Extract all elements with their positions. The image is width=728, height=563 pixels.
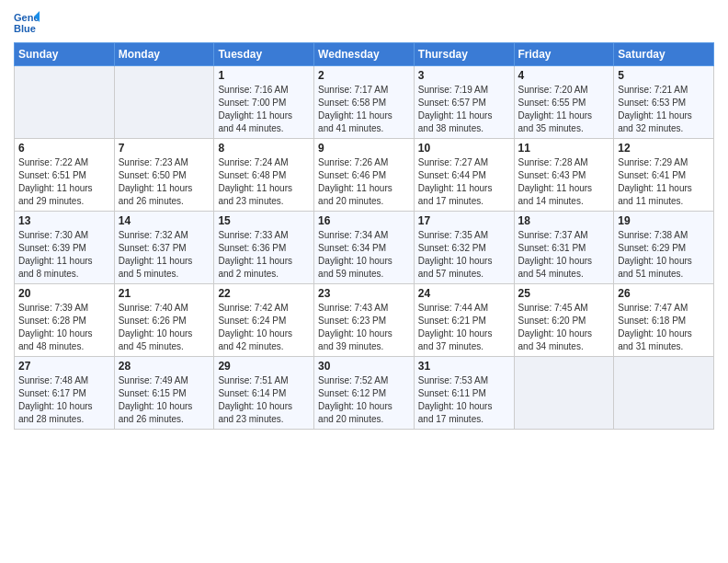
calendar-cell: 16Sunrise: 7:34 AM Sunset: 6:34 PM Dayli… [314, 212, 415, 284]
day-info: Sunrise: 7:51 AM Sunset: 6:14 PM Dayligh… [218, 374, 310, 426]
day-number: 16 [318, 214, 410, 227]
weekday-header-monday: Monday [114, 43, 214, 66]
calendar-cell: 1Sunrise: 7:16 AM Sunset: 7:00 PM Daylig… [214, 66, 314, 139]
day-number: 26 [618, 287, 710, 300]
day-info: Sunrise: 7:27 AM Sunset: 6:44 PM Dayligh… [418, 156, 510, 208]
day-info: Sunrise: 7:44 AM Sunset: 6:21 PM Dayligh… [418, 302, 510, 353]
day-number: 25 [518, 287, 610, 300]
calendar-cell: 29Sunrise: 7:51 AM Sunset: 6:14 PM Dayli… [214, 357, 314, 430]
day-number: 17 [418, 214, 510, 227]
day-number: 31 [418, 360, 510, 373]
day-number: 1 [218, 69, 310, 82]
calendar-cell: 14Sunrise: 7:32 AM Sunset: 6:37 PM Dayli… [114, 212, 214, 284]
day-info: Sunrise: 7:34 AM Sunset: 6:34 PM Dayligh… [318, 229, 410, 281]
calendar-week-row: 20Sunrise: 7:39 AM Sunset: 6:28 PM Dayli… [15, 284, 714, 357]
weekday-header-tuesday: Tuesday [214, 43, 314, 66]
calendar-cell: 13Sunrise: 7:30 AM Sunset: 6:39 PM Dayli… [15, 212, 115, 284]
calendar-cell: 3Sunrise: 7:19 AM Sunset: 6:57 PM Daylig… [414, 66, 514, 139]
day-number: 2 [318, 69, 410, 82]
calendar-cell: 19Sunrise: 7:38 AM Sunset: 6:29 PM Dayli… [614, 212, 714, 284]
calendar-header: SundayMondayTuesdayWednesdayThursdayFrid… [15, 43, 714, 66]
day-info: Sunrise: 7:47 AM Sunset: 6:18 PM Dayligh… [618, 302, 710, 353]
calendar-cell: 9Sunrise: 7:26 AM Sunset: 6:46 PM Daylig… [314, 139, 415, 212]
day-number: 19 [618, 214, 710, 227]
day-number: 5 [618, 69, 710, 82]
calendar-cell [514, 357, 614, 430]
header: General Blue [14, 9, 714, 35]
calendar-cell: 22Sunrise: 7:42 AM Sunset: 6:24 PM Dayli… [214, 284, 314, 357]
calendar-cell: 4Sunrise: 7:20 AM Sunset: 6:55 PM Daylig… [514, 66, 614, 139]
calendar-cell: 23Sunrise: 7:43 AM Sunset: 6:23 PM Dayli… [314, 284, 415, 357]
day-info: Sunrise: 7:24 AM Sunset: 6:48 PM Dayligh… [218, 156, 310, 208]
calendar-cell [15, 66, 115, 139]
day-info: Sunrise: 7:19 AM Sunset: 6:57 PM Dayligh… [418, 84, 510, 135]
day-number: 14 [119, 214, 210, 227]
calendar-cell: 5Sunrise: 7:21 AM Sunset: 6:53 PM Daylig… [614, 66, 714, 139]
calendar-cell: 20Sunrise: 7:39 AM Sunset: 6:28 PM Dayli… [15, 284, 115, 357]
day-info: Sunrise: 7:52 AM Sunset: 6:12 PM Dayligh… [318, 374, 410, 426]
day-info: Sunrise: 7:43 AM Sunset: 6:23 PM Dayligh… [318, 302, 410, 353]
calendar-cell: 18Sunrise: 7:37 AM Sunset: 6:31 PM Dayli… [514, 212, 614, 284]
day-info: Sunrise: 7:38 AM Sunset: 6:29 PM Dayligh… [618, 229, 710, 281]
calendar-cell: 2Sunrise: 7:17 AM Sunset: 6:58 PM Daylig… [314, 66, 415, 139]
day-number: 18 [518, 214, 610, 227]
day-info: Sunrise: 7:37 AM Sunset: 6:31 PM Dayligh… [518, 229, 610, 281]
day-info: Sunrise: 7:20 AM Sunset: 6:55 PM Dayligh… [518, 84, 610, 135]
calendar-cell [614, 357, 714, 430]
day-info: Sunrise: 7:26 AM Sunset: 6:46 PM Dayligh… [318, 156, 410, 208]
day-info: Sunrise: 7:22 AM Sunset: 6:51 PM Dayligh… [18, 156, 110, 208]
day-info: Sunrise: 7:17 AM Sunset: 6:58 PM Dayligh… [318, 84, 410, 135]
day-info: Sunrise: 7:45 AM Sunset: 6:20 PM Dayligh… [518, 302, 610, 353]
calendar-cell: 31Sunrise: 7:53 AM Sunset: 6:11 PM Dayli… [414, 357, 514, 430]
weekday-header-wednesday: Wednesday [314, 43, 415, 66]
calendar-cell: 6Sunrise: 7:22 AM Sunset: 6:51 PM Daylig… [15, 139, 115, 212]
day-info: Sunrise: 7:23 AM Sunset: 6:50 PM Dayligh… [119, 156, 210, 208]
calendar-cell: 21Sunrise: 7:40 AM Sunset: 6:26 PM Dayli… [114, 284, 214, 357]
calendar-cell: 27Sunrise: 7:48 AM Sunset: 6:17 PM Dayli… [15, 357, 115, 430]
day-number: 8 [218, 142, 310, 155]
calendar-cell: 12Sunrise: 7:29 AM Sunset: 6:41 PM Dayli… [614, 139, 714, 212]
weekday-header-thursday: Thursday [414, 43, 514, 66]
day-info: Sunrise: 7:53 AM Sunset: 6:11 PM Dayligh… [418, 374, 510, 426]
calendar-cell: 28Sunrise: 7:49 AM Sunset: 6:15 PM Dayli… [114, 357, 214, 430]
day-info: Sunrise: 7:33 AM Sunset: 6:36 PM Dayligh… [218, 229, 310, 281]
calendar-body: 1Sunrise: 7:16 AM Sunset: 7:00 PM Daylig… [15, 66, 714, 430]
day-number: 23 [318, 287, 410, 300]
calendar-cell: 11Sunrise: 7:28 AM Sunset: 6:43 PM Dayli… [514, 139, 614, 212]
calendar-cell: 17Sunrise: 7:35 AM Sunset: 6:32 PM Dayli… [414, 212, 514, 284]
svg-text:Blue: Blue [14, 23, 36, 34]
calendar-cell: 8Sunrise: 7:24 AM Sunset: 6:48 PM Daylig… [214, 139, 314, 212]
day-info: Sunrise: 7:30 AM Sunset: 6:39 PM Dayligh… [18, 229, 110, 281]
day-number: 6 [18, 142, 110, 155]
calendar-cell [114, 66, 214, 139]
day-number: 22 [218, 287, 310, 300]
day-info: Sunrise: 7:16 AM Sunset: 7:00 PM Dayligh… [218, 84, 310, 135]
day-number: 28 [119, 360, 210, 373]
weekday-header-saturday: Saturday [614, 43, 714, 66]
calendar-cell: 7Sunrise: 7:23 AM Sunset: 6:50 PM Daylig… [114, 139, 214, 212]
logo: General Blue [14, 9, 43, 35]
calendar-cell: 26Sunrise: 7:47 AM Sunset: 6:18 PM Dayli… [614, 284, 714, 357]
day-number: 20 [18, 287, 110, 300]
day-number: 24 [418, 287, 510, 300]
day-info: Sunrise: 7:32 AM Sunset: 6:37 PM Dayligh… [119, 229, 210, 281]
day-info: Sunrise: 7:29 AM Sunset: 6:41 PM Dayligh… [618, 156, 710, 208]
calendar-week-row: 1Sunrise: 7:16 AM Sunset: 7:00 PM Daylig… [15, 66, 714, 139]
day-number: 21 [119, 287, 210, 300]
day-number: 13 [18, 214, 110, 227]
calendar-week-row: 13Sunrise: 7:30 AM Sunset: 6:39 PM Dayli… [15, 212, 714, 284]
calendar-cell: 30Sunrise: 7:52 AM Sunset: 6:12 PM Dayli… [314, 357, 415, 430]
day-info: Sunrise: 7:39 AM Sunset: 6:28 PM Dayligh… [18, 302, 110, 353]
calendar-cell: 24Sunrise: 7:44 AM Sunset: 6:21 PM Dayli… [414, 284, 514, 357]
day-number: 7 [119, 142, 210, 155]
page-container: General Blue SundayMondayTuesdayWednesda… [0, 0, 728, 439]
day-info: Sunrise: 7:42 AM Sunset: 6:24 PM Dayligh… [218, 302, 310, 353]
day-number: 11 [518, 142, 610, 155]
day-number: 12 [618, 142, 710, 155]
day-number: 27 [18, 360, 110, 373]
calendar-cell: 15Sunrise: 7:33 AM Sunset: 6:36 PM Dayli… [214, 212, 314, 284]
day-number: 4 [518, 69, 610, 82]
day-number: 15 [218, 214, 310, 227]
calendar-week-row: 6Sunrise: 7:22 AM Sunset: 6:51 PM Daylig… [15, 139, 714, 212]
day-info: Sunrise: 7:40 AM Sunset: 6:26 PM Dayligh… [119, 302, 210, 353]
